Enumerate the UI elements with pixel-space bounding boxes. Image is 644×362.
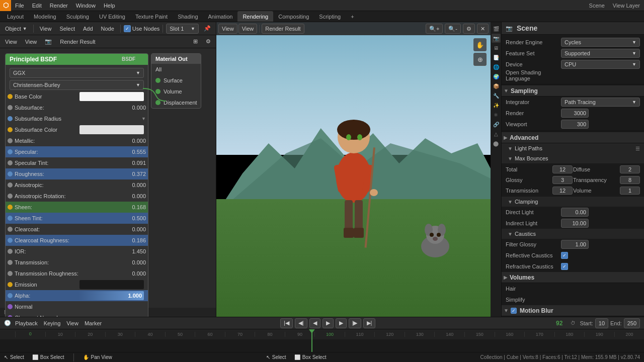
next-frame-btn[interactable]: ▶ [336, 318, 347, 328]
tab-texture-paint[interactable]: Texture Paint [130, 11, 173, 22]
reflective-caustics-checkbox[interactable] [561, 252, 568, 259]
bounce-total-val[interactable]: 12 [552, 165, 573, 173]
modifier-properties-icon[interactable]: 🔧 [492, 91, 501, 100]
keying-btn[interactable]: Keying [42, 320, 63, 326]
use-nodes-toggle[interactable]: Use Nodes [124, 25, 159, 32]
box-select2-status[interactable]: ⬜ Box Select [294, 354, 327, 360]
object-selector[interactable]: Object ▼ [2, 24, 30, 34]
object-properties-icon[interactable]: 📦 [492, 81, 501, 90]
jump-start-btn[interactable]: |◀ [280, 318, 293, 328]
hand-icon[interactable]: ✋ [473, 38, 487, 51]
prev-keyframe-btn[interactable]: ◀| [295, 318, 307, 328]
subsurface-method-dropdown[interactable]: Christensen-Burley ▼ [10, 80, 144, 90]
feature-set-dropdown[interactable]: Supported ▼ [561, 49, 640, 58]
menu-edit[interactable]: Edit [28, 0, 46, 11]
sheen-tint-value[interactable]: 0.500 [118, 215, 146, 221]
scene-properties-icon[interactable]: 🎬 [492, 24, 501, 33]
clearcoat-value[interactable]: 0.000 [118, 226, 146, 232]
vp-settings[interactable]: ⚙ [463, 24, 475, 34]
vp-view2-btn[interactable]: View [238, 24, 258, 34]
transmission-value[interactable]: 0.000 [118, 259, 146, 265]
tab-compositing[interactable]: Compositing [273, 11, 314, 22]
settings-btn[interactable]: ⚙ [203, 37, 214, 47]
render-result-label[interactable]: Render Result [57, 37, 98, 47]
particles-properties-icon[interactable]: ✨ [492, 101, 501, 110]
play-btn[interactable]: ▶ [323, 318, 334, 328]
clearcoat-rough-value[interactable]: 0.186 [118, 237, 146, 243]
view-btn[interactable]: View [2, 37, 20, 47]
tab-modeling[interactable]: Modeling [29, 11, 61, 22]
menu-help[interactable]: Help [100, 0, 119, 11]
tab-scripting[interactable]: Scripting [314, 11, 346, 22]
playback-btn[interactable]: Playback [13, 320, 40, 326]
vp-view-btn[interactable]: View [218, 24, 237, 34]
clamping-header[interactable]: ▼ Clamping [502, 197, 644, 207]
view-layer-properties-icon[interactable]: 📑 [492, 53, 501, 62]
scene-prop-icon[interactable]: 🌐 [492, 62, 501, 71]
specular-tint-value[interactable]: 0.091 [118, 160, 146, 166]
advanced-header[interactable]: ▶ Advanced [502, 132, 644, 143]
volumes-header[interactable]: ▶ Volumes [502, 272, 644, 283]
tab-shading[interactable]: Shading [173, 11, 203, 22]
next-keyframe-btn[interactable]: |▶ [349, 318, 361, 328]
select-status[interactable]: ↖ Select [4, 354, 24, 360]
bounce-transparency-val[interactable]: 8 [620, 176, 640, 184]
device-dropdown[interactable]: CPU ▼ [561, 60, 640, 69]
physics-properties-icon[interactable]: ⚛ [492, 110, 501, 119]
world-properties-icon[interactable]: 🌍 [492, 72, 501, 81]
vp-zoom-out[interactable]: 🔍- [445, 24, 461, 34]
marker-btn[interactable]: Marker [83, 320, 104, 326]
view-menu[interactable]: View [37, 24, 55, 34]
node-canvas[interactable]: Principled BSDF BSDF GGX ▼ [0, 48, 216, 308]
anisotropic-rot-value[interactable]: 0.000 [118, 193, 146, 199]
menu-window[interactable]: Window [72, 0, 100, 11]
subsurface-value[interactable]: 0.000 [118, 105, 146, 111]
emission-color-input[interactable] [79, 280, 144, 289]
crosshair-icon[interactable]: ⊕ [473, 53, 487, 66]
pin-btn[interactable]: 📌 [201, 24, 214, 34]
metallic-value[interactable]: 0.000 [118, 138, 146, 144]
slot-selector[interactable]: Slot 1 ▼ [166, 24, 199, 34]
filter-glossy-input[interactable]: 1.00 [561, 240, 589, 249]
bounce-volume-val[interactable]: 1 [620, 187, 640, 195]
icons-btn[interactable]: ⊞ [190, 37, 201, 47]
render-engine-dropdown[interactable]: Cycles ▼ [561, 38, 640, 47]
refractive-caustics-checkbox[interactable] [561, 263, 568, 270]
vp-zoom-in[interactable]: 🔍+ [426, 24, 443, 34]
sampling-header[interactable]: ▼ Sampling [502, 85, 644, 97]
anisotropic-value[interactable]: 0.000 [118, 182, 146, 188]
direct-light-input[interactable]: 0.00 [561, 208, 589, 217]
menu-file[interactable]: File [11, 0, 28, 11]
specular-value[interactable]: 0.555 [118, 149, 146, 155]
output-properties-icon[interactable]: 🖥 [492, 43, 501, 52]
viewport[interactable]: View View Render Result 🔍+ 🔍- ⚙ ✕ [216, 22, 491, 317]
pan-status[interactable]: ✋ Pan View [83, 354, 112, 360]
motion-blur-checkbox[interactable] [511, 308, 517, 314]
indirect-light-input[interactable]: 10.00 [561, 219, 589, 228]
view-btn[interactable]: View [64, 320, 80, 326]
ior-value[interactable]: 1.450 [118, 248, 146, 254]
sheen-value[interactable]: 0.168 [118, 204, 146, 210]
base-color-input[interactable] [79, 92, 144, 101]
roughness-value[interactable]: 0.372 [118, 171, 146, 177]
node-menu[interactable]: Node [98, 24, 117, 34]
box-select-status[interactable]: ⬜ Box Select [32, 354, 64, 360]
vp-close[interactable]: ✕ [477, 24, 489, 34]
bounce-glossy-val[interactable]: 3 [552, 176, 573, 184]
bounce-transmission-val[interactable]: 12 [552, 187, 573, 195]
max-bounces-header[interactable]: ▼ Max Bounces [502, 153, 644, 163]
render-btn[interactable]: 📷 [42, 37, 55, 47]
menu-render[interactable]: Render [46, 0, 72, 11]
render-samples-input[interactable]: 3000 [561, 109, 589, 118]
motion-blur-header[interactable]: ▼ Motion Blur [502, 305, 644, 316]
add-menu[interactable]: Add [80, 24, 96, 34]
material-properties-icon[interactable]: ⬤ [492, 139, 501, 148]
tab-sculpting[interactable]: Sculpting [61, 11, 94, 22]
viewport-samples-input[interactable]: 300 [561, 120, 589, 129]
caustics-header[interactable]: ▼ Caustics [502, 229, 644, 239]
prev-frame-btn[interactable]: ◀ [309, 318, 320, 328]
tab-add[interactable]: + [346, 11, 359, 22]
end-frame-input[interactable]: 250 [624, 318, 640, 328]
alpha-bar[interactable]: 1.000 [78, 291, 144, 300]
tab-animation[interactable]: Animation [203, 11, 238, 22]
